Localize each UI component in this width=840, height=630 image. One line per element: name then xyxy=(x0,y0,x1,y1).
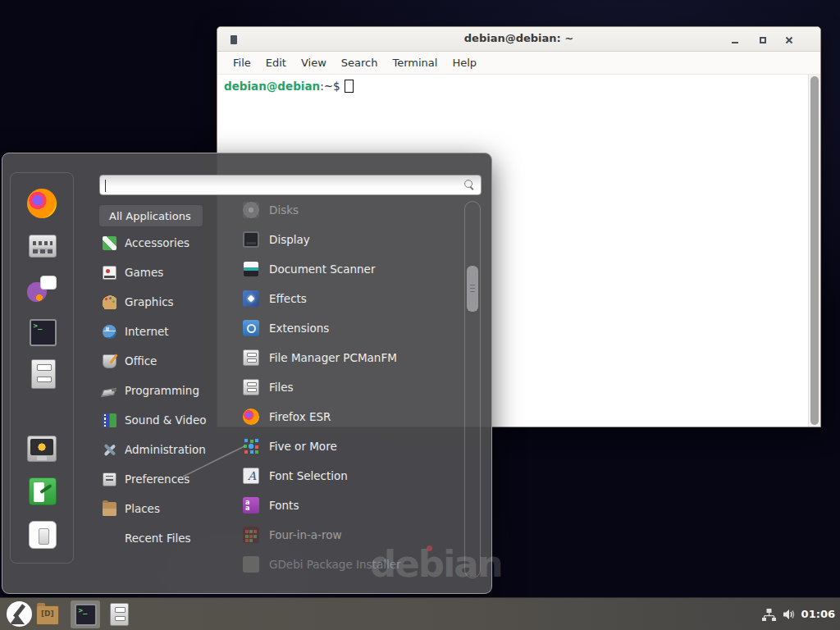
extensions-icon xyxy=(243,320,259,336)
app-file-manager-pcmanfm[interactable]: File Manager PCManFM xyxy=(232,343,460,372)
log-out-favorite-icon[interactable] xyxy=(27,476,58,507)
internet-icon xyxy=(103,325,116,339)
category-preferences[interactable]: Preferences xyxy=(93,464,224,494)
menu-help[interactable]: Help xyxy=(445,57,484,69)
terminal-cursor xyxy=(345,80,354,93)
programming-icon xyxy=(103,384,116,398)
category-sound-video[interactable]: Sound & Video xyxy=(93,405,224,435)
file-cabinet-icon xyxy=(31,359,56,389)
taskbar: 01:06 xyxy=(0,597,840,630)
maximize-button[interactable] xyxy=(756,34,769,47)
category-programming[interactable]: Programming xyxy=(93,376,224,405)
category-games[interactable]: Games xyxy=(93,258,224,287)
fonts-icon xyxy=(243,497,259,514)
menu-terminal[interactable]: Terminal xyxy=(385,57,445,69)
prompt-suffix: :~$ xyxy=(320,80,340,93)
office-icon xyxy=(103,354,116,368)
effects-icon xyxy=(243,290,259,307)
terminal-menubar: File Edit View Search Terminal Help xyxy=(217,52,820,75)
network-icon[interactable] xyxy=(762,608,776,624)
app-fonts[interactable]: Fonts xyxy=(232,491,460,520)
app-effects[interactable]: Effects xyxy=(232,284,460,313)
five-or-more-icon xyxy=(243,438,259,454)
debian-logo-red-dot xyxy=(427,546,432,551)
sound-video-icon xyxy=(103,413,116,427)
folder-launcher[interactable] xyxy=(36,605,59,625)
menu-scrollbar[interactable] xyxy=(464,201,481,578)
menu-button[interactable] xyxy=(7,601,32,627)
terminal-icon xyxy=(30,319,57,346)
places-icon xyxy=(103,502,116,516)
menu-file[interactable]: File xyxy=(226,57,258,69)
app-document-scanner[interactable]: Document Scanner xyxy=(232,254,460,284)
category-recent-files[interactable]: Recent Files xyxy=(93,523,224,553)
lock-screen-favorite-icon[interactable] xyxy=(26,433,57,464)
scanner-icon xyxy=(243,261,259,277)
four-in-a-row-icon xyxy=(243,527,259,543)
log-out-icon xyxy=(29,477,57,505)
gdebi-icon xyxy=(243,556,259,573)
debian-wallpaper-watermark: debian xyxy=(370,542,502,586)
application-menu: All Applications Accessories Games Graph… xyxy=(2,153,492,594)
app-display[interactable]: Display xyxy=(232,225,460,254)
search-box[interactable] xyxy=(99,175,482,195)
category-graphics[interactable]: Graphics xyxy=(93,287,224,317)
terminal-scrollbar[interactable] xyxy=(808,75,820,427)
search-icon xyxy=(464,180,475,190)
app-five-or-more[interactable]: Five or More xyxy=(232,431,460,461)
terminal-icon xyxy=(75,604,97,626)
files-launcher[interactable] xyxy=(110,603,129,626)
menu-scrollbar-thumb[interactable] xyxy=(467,266,478,312)
volume-icon[interactable] xyxy=(783,608,797,624)
app-firefox-esr[interactable]: Firefox ESR xyxy=(232,402,460,431)
package-manager-favorite-icon[interactable] xyxy=(27,231,58,262)
firefox-icon xyxy=(27,189,57,218)
folder-icon xyxy=(36,605,59,625)
file-cabinet-icon xyxy=(243,349,259,366)
package-manager-icon xyxy=(29,235,57,258)
app-files[interactable]: Files xyxy=(232,372,460,402)
firefox-favorite-icon[interactable] xyxy=(26,188,57,219)
lock-screen-icon xyxy=(27,436,57,462)
menu-edit[interactable]: Edit xyxy=(258,57,294,69)
administration-icon xyxy=(103,443,116,457)
terminal-titlebar[interactable]: debian@debian: ~ xyxy=(217,27,820,52)
category-list: Accessories Games Graphics Internet Offi… xyxy=(93,228,224,553)
menu-view[interactable]: View xyxy=(294,57,334,69)
preferences-icon xyxy=(103,472,116,486)
files-favorite-icon[interactable] xyxy=(28,358,59,390)
file-cabinet-icon xyxy=(243,379,259,395)
desktop: debian@debian: ~ File Edit View Search T… xyxy=(0,0,840,630)
font-selection-icon xyxy=(243,468,259,484)
search-input[interactable] xyxy=(105,177,458,193)
pidgin-icon xyxy=(27,276,57,302)
power-favorite-icon[interactable] xyxy=(27,519,58,550)
file-cabinet-icon xyxy=(110,603,129,626)
category-places[interactable]: Places xyxy=(93,494,224,523)
category-accessories[interactable]: Accessories xyxy=(93,228,224,258)
application-list: Disks Display Document Scanner Effects E… xyxy=(232,195,460,579)
graphics-icon xyxy=(103,295,116,309)
category-administration[interactable]: Administration xyxy=(93,435,224,464)
minimize-button[interactable] xyxy=(728,34,742,47)
menu-search[interactable]: Search xyxy=(334,57,386,69)
category-internet[interactable]: Internet xyxy=(93,317,224,346)
text-caret xyxy=(105,180,106,192)
category-office[interactable]: Office xyxy=(93,346,224,376)
firefox-icon xyxy=(243,409,259,425)
display-icon xyxy=(243,231,259,248)
app-extensions[interactable]: Extensions xyxy=(232,313,460,343)
app-font-selection[interactable]: Font Selection xyxy=(232,461,460,491)
pidgin-favorite-icon[interactable] xyxy=(26,273,57,304)
close-button[interactable] xyxy=(783,34,796,47)
terminal-scrollbar-thumb[interactable] xyxy=(810,76,819,425)
prompt-user-host: debian@debian xyxy=(224,80,320,93)
games-icon xyxy=(103,266,116,280)
terminal-favorite-icon[interactable] xyxy=(27,317,58,348)
app-disks[interactable]: Disks xyxy=(232,195,460,225)
taskbar-clock[interactable]: 01:06 xyxy=(801,608,835,620)
terminal-window-button[interactable] xyxy=(71,600,100,628)
shell-prompt: debian@debian:~$ xyxy=(224,80,354,93)
all-applications-button[interactable]: All Applications xyxy=(98,204,203,227)
accessories-icon xyxy=(103,236,116,250)
